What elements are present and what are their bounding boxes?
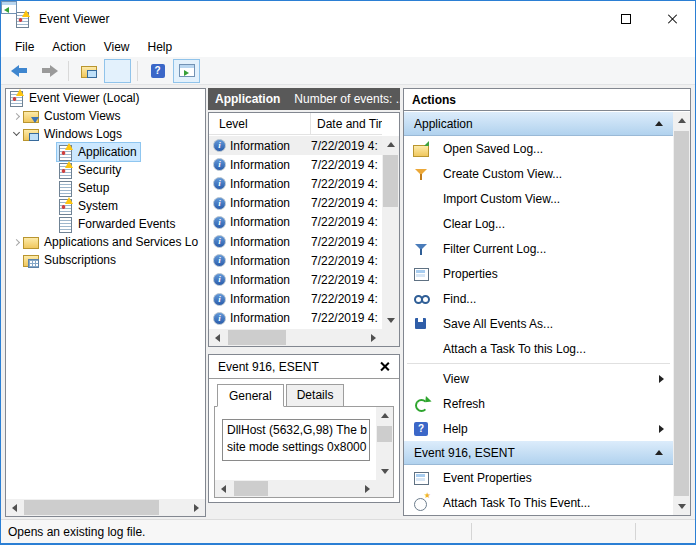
scroll-up-button[interactable] [376, 407, 393, 424]
tree-item-security[interactable]: Security [6, 161, 205, 179]
general-tab-page: DllHost (5632,G,98) The b site mode sett… [214, 406, 394, 498]
action-clear-log[interactable]: Clear Log... [404, 211, 673, 236]
tree-item-event-viewer-local[interactable]: Event Viewer (Local) [6, 89, 205, 107]
table-row[interactable]: Information7/22/2019 4: [209, 155, 382, 174]
table-row[interactable]: Information7/22/2019 4: [209, 136, 382, 155]
chevron-right-icon[interactable] [9, 114, 23, 119]
table-row[interactable]: Information7/22/2019 4: [209, 174, 382, 193]
action-pane-toggle-button[interactable] [173, 59, 200, 83]
console-tree-toggle-button[interactable] [104, 59, 131, 83]
action-create-custom-view[interactable]: Create Custom View... [404, 161, 673, 186]
table-row[interactable]: Information7/22/2019 4: [209, 213, 382, 232]
action-find[interactable]: Find... [404, 286, 673, 311]
scrollbar-thumb[interactable] [383, 155, 398, 207]
table-row[interactable]: Information7/22/2019 4: [209, 232, 382, 251]
section-header-label: Application [414, 117, 473, 131]
menu-view[interactable]: View [95, 38, 139, 56]
scroll-left-button[interactable] [215, 480, 232, 497]
action-attach-task-to-log[interactable]: Attach a Task To this Log... [404, 336, 673, 361]
filter-blue-icon [413, 241, 430, 257]
scroll-right-button[interactable] [359, 480, 376, 497]
scroll-right-button[interactable] [188, 499, 205, 516]
column-header-date[interactable]: Date and Time [311, 113, 382, 134]
scrollbar-thumb[interactable] [24, 500, 159, 515]
table-row[interactable]: Information7/22/2019 4: [209, 309, 382, 328]
date-cell: 7/22/2019 4: [311, 292, 379, 306]
preview-vertical-scrollbar[interactable] [376, 407, 393, 480]
chevron-right-icon[interactable] [9, 240, 23, 245]
table-row[interactable]: Information7/22/2019 4: [209, 251, 382, 270]
table-header: Level Date and Time [209, 113, 382, 135]
table-row[interactable]: Information7/22/2019 4: [209, 270, 382, 289]
open-folder-icon [413, 141, 430, 157]
menu-help[interactable]: Help [139, 38, 182, 56]
actions-vertical-scrollbar[interactable] [673, 112, 690, 515]
tab-details[interactable]: Details [286, 384, 345, 407]
action-properties[interactable]: Properties [404, 261, 673, 286]
table-row[interactable]: Information7/22/2019 4: [209, 194, 382, 213]
tree-item-windows-logs[interactable]: Windows Logs [6, 125, 205, 143]
help-button[interactable] [144, 59, 171, 83]
scrollbar-thumb[interactable] [377, 426, 392, 442]
action-view[interactable]: View [404, 366, 673, 391]
scrollbar-thumb[interactable] [228, 330, 286, 345]
scroll-down-button[interactable] [382, 312, 399, 329]
tab-general[interactable]: General [217, 384, 284, 407]
section-header-application[interactable]: Application [404, 112, 673, 136]
tree-item-label: Setup [78, 181, 109, 195]
menu-action[interactable]: Action [43, 38, 94, 56]
blank-icon [413, 216, 430, 232]
tree-item-forwarded-events[interactable]: Forwarded Events [6, 215, 205, 233]
scroll-left-button[interactable] [6, 499, 23, 516]
action-filter-current-log[interactable]: Filter Current Log... [404, 236, 673, 261]
results-subtitle: Number of events: ... [294, 92, 400, 106]
scroll-up-button[interactable] [673, 112, 690, 129]
scroll-down-button[interactable] [376, 463, 393, 480]
tree-item-application[interactable]: Application [6, 143, 205, 161]
date-cell: 7/22/2019 4: [311, 254, 379, 268]
column-header-level[interactable]: Level [209, 113, 311, 134]
level-cell: Information [230, 196, 311, 210]
tree-item-setup[interactable]: Setup [6, 179, 205, 197]
arrow-right-icon [371, 334, 376, 342]
open-log-button[interactable] [75, 59, 102, 83]
action-label: Clear Log... [443, 217, 505, 231]
minimize-button[interactable] [557, 1, 603, 36]
table-row[interactable]: Information7/22/2019 4: [209, 290, 382, 309]
status-bar: Opens an existing log file. [1, 519, 695, 543]
tree-item-system[interactable]: System [6, 197, 205, 215]
section-header-event-916-esent[interactable]: Event 916, ESENT [404, 441, 673, 465]
scrollbar-thumb[interactable] [674, 131, 689, 496]
scrollbar-corner [382, 329, 399, 346]
back-icon [11, 65, 29, 77]
action-open-saved-log[interactable]: Open Saved Log... [404, 136, 673, 161]
scroll-up-button[interactable] [382, 136, 399, 153]
scroll-left-button[interactable] [209, 329, 226, 346]
tree-item-applications-and-services-logs[interactable]: Applications and Services Lo [6, 233, 205, 251]
statusbar-divider [635, 523, 636, 540]
scroll-right-button[interactable] [365, 329, 382, 346]
action-save-all-events-as[interactable]: Save All Events As... [404, 311, 673, 336]
action-help[interactable]: Help [404, 416, 673, 441]
close-button[interactable] [649, 1, 695, 36]
forward-button[interactable] [35, 59, 62, 83]
events-vertical-scrollbar[interactable] [382, 136, 399, 329]
scrollbar-thumb[interactable] [234, 481, 268, 496]
action-refresh[interactable]: Refresh [404, 391, 673, 416]
event-description-line: site mode settings 0x8000 [227, 439, 365, 456]
maximize-button[interactable] [603, 1, 649, 36]
action-attach-task-to-event[interactable]: Attach Task To This Event... [404, 490, 673, 515]
tree-item-subscriptions[interactable]: Subscriptions [6, 251, 205, 269]
chevron-down-icon[interactable] [9, 133, 23, 135]
back-button[interactable] [6, 59, 33, 83]
tree-horizontal-scrollbar[interactable] [6, 499, 205, 516]
action-import-custom-view[interactable]: Import Custom View... [404, 186, 673, 211]
event-description[interactable]: DllHost (5632,G,98) The b site mode sett… [222, 419, 370, 461]
preview-horizontal-scrollbar[interactable] [215, 480, 376, 497]
menu-file[interactable]: File [6, 38, 43, 56]
tree-item-custom-views[interactable]: Custom Views [6, 107, 205, 125]
events-horizontal-scrollbar[interactable] [209, 329, 382, 346]
scroll-down-button[interactable] [673, 498, 690, 515]
action-event-properties[interactable]: Event Properties [404, 465, 673, 490]
close-preview-button[interactable] [379, 361, 390, 372]
